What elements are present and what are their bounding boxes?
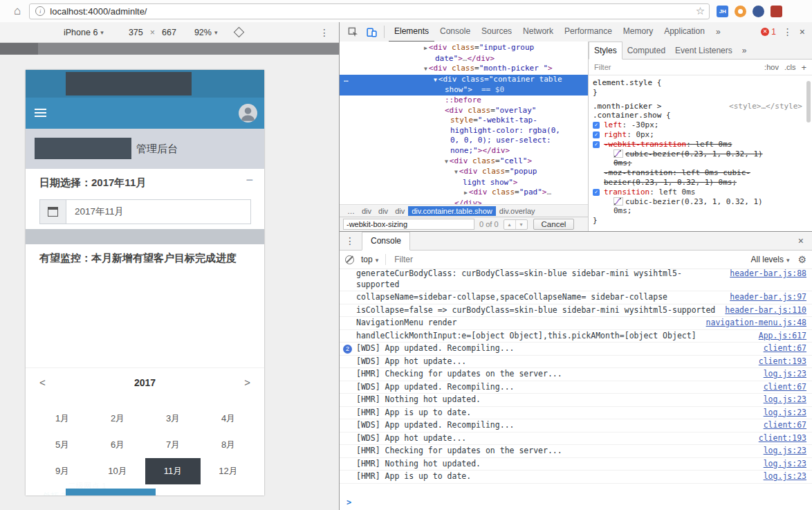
tree-line[interactable]: style="-webkit-tap- (340, 116, 588, 126)
console-prompt[interactable]: > (340, 495, 812, 510)
extension-icon-blue[interactable] (753, 6, 764, 17)
execution-context-select[interactable]: top▾ (361, 255, 378, 264)
search-input[interactable] (343, 219, 474, 230)
devtools-tab-application[interactable]: Application (658, 22, 710, 42)
console-source-link[interactable]: App.js:617 (759, 331, 806, 342)
style-source-link[interactable]: <style>…</style> (729, 102, 802, 111)
devtools-tab-memory[interactable]: Memory (618, 22, 658, 42)
tree-line[interactable]: 0, 0, 0); user-select: (340, 136, 588, 146)
devtools-tab-performance[interactable]: Performance (559, 22, 618, 42)
styles-tab-event-listeners[interactable]: Event Listeners (670, 42, 737, 59)
css-rule-line[interactable]: cubic-bezier(0.23, 1, 0.32, 1) (589, 197, 812, 207)
css-rule-line[interactable]: ✓transition: left 0ms (589, 188, 812, 197)
devtools-menu-icon[interactable]: ⋮ (783, 26, 793, 37)
collapse-box-button[interactable]: − (246, 173, 253, 188)
devtools-tab-network[interactable]: Network (517, 22, 559, 42)
month-input-group[interactable]: 2017年11月 (39, 199, 251, 224)
month-cell-9[interactable]: 9月 (35, 458, 90, 484)
breadcrumb-item[interactable]: div.container.table.show (408, 206, 496, 216)
console-source-link[interactable]: client:193 (759, 433, 806, 444)
breadcrumb-item[interactable]: div.overlay (496, 206, 539, 216)
user-avatar[interactable] (239, 104, 257, 122)
search-previous-button[interactable]: ▴ (504, 220, 515, 229)
console-source-link[interactable]: header-bar.js:110 (725, 305, 806, 316)
viewport-width-field[interactable]: 375 (129, 28, 143, 37)
next-year-button[interactable]: > (244, 376, 250, 388)
property-enabled-checkbox[interactable]: ✓ (593, 141, 600, 148)
breadcrumb-item[interactable]: … (344, 206, 358, 216)
month-cell-8[interactable]: 8月 (201, 432, 256, 458)
console-source-link[interactable]: navigation-menu.js:48 (706, 318, 806, 329)
month-cell-6[interactable]: 6月 (90, 432, 145, 458)
toggle-hover-state-button[interactable]: :hov (764, 63, 779, 71)
tree-line[interactable]: ▼<div class="popup (340, 167, 588, 178)
styles-filter-input[interactable]: Filter (594, 63, 611, 71)
devtools-close-icon[interactable]: × (800, 26, 805, 37)
toggle-class-button[interactable]: .cls (784, 63, 796, 71)
cubic-bezier-icon[interactable] (613, 149, 623, 158)
console-source-link[interactable]: header-bar.js:88 (730, 268, 806, 280)
tree-line[interactable]: ::before (340, 95, 588, 106)
rotate-viewport-icon[interactable] (234, 27, 245, 38)
tree-line[interactable]: ▼<div class="cell"> (340, 156, 588, 167)
devtools-tab-elements[interactable]: Elements (389, 22, 434, 42)
css-rule-line[interactable]: 0ms; (589, 206, 812, 216)
console-source-link[interactable]: client:67 (764, 343, 806, 354)
console-source-link[interactable]: log.js:23 (764, 394, 806, 406)
month-cell-12[interactable]: 12月 (201, 458, 256, 484)
console-source-link[interactable]: client:193 (759, 356, 806, 367)
console-source-link[interactable]: client:67 (764, 382, 806, 393)
tree-line[interactable]: </div> (340, 199, 588, 204)
tree-line[interactable]: show"> == $0 (340, 85, 588, 95)
extension-icon-orange[interactable] (735, 6, 746, 17)
tree-line[interactable]: <div class="overlay" (340, 106, 588, 116)
css-rule-line[interactable]: element.style { (589, 78, 812, 88)
breadcrumb-item[interactable]: div (375, 206, 391, 216)
property-enabled-checkbox[interactable]: ✓ (593, 189, 600, 196)
tree-line[interactable]: …▼<div class="container table (340, 75, 588, 86)
toggle-device-toolbar-icon[interactable] (367, 27, 377, 37)
month-cell-2[interactable]: 2月 (90, 406, 145, 432)
search-cancel-button[interactable]: Cancel (533, 219, 575, 230)
css-rule-line[interactable]: } (589, 88, 812, 98)
console-source-link[interactable]: log.js:23 (764, 369, 806, 380)
css-rule-line[interactable]: .month-picker ><style>…</style> (589, 102, 812, 111)
devtools-tab-console[interactable]: Console (434, 22, 476, 42)
device-select[interactable]: iPhone 6▾ (64, 28, 104, 37)
css-rule-line[interactable]: 0ms; (589, 158, 812, 168)
month-cell-1[interactable]: 1月 (35, 406, 90, 432)
styles-tab-computed[interactable]: Computed (622, 42, 670, 59)
bookmark-star-icon[interactable]: ☆ (696, 5, 705, 17)
tree-line[interactable]: ▶<div class="pad">… (340, 188, 588, 199)
console-source-link[interactable]: log.js:23 (764, 408, 806, 419)
month-cell-11[interactable]: 11月 (145, 458, 201, 484)
extension-icon-red[interactable] (771, 6, 782, 17)
tree-line[interactable]: date">…</div> (340, 54, 588, 64)
css-rule-line[interactable]: -moz-transition: left 0ms cubic- (589, 168, 812, 178)
extension-icon-jh[interactable]: JH (717, 6, 728, 17)
console-settings-gear-icon[interactable]: ⚙ (797, 254, 806, 265)
search-next-button[interactable]: ▾ (515, 220, 527, 229)
viewport-height-field[interactable]: 667 (162, 28, 176, 37)
tree-line[interactable]: ▼<div class="month-picker "> (340, 64, 588, 75)
drawer-menu-icon[interactable]: ⋮ (345, 235, 355, 246)
console-source-link[interactable]: client:67 (764, 420, 806, 431)
console-source-link[interactable]: log.js:23 (764, 459, 806, 470)
page-info-icon[interactable]: i (35, 6, 45, 16)
console-source-link[interactable]: log.js:23 (764, 446, 806, 457)
tree-line[interactable]: ▶<div class="input-group (340, 43, 588, 54)
log-level-select[interactable]: All levels▾ (751, 255, 790, 264)
new-style-rule-button[interactable]: + (801, 62, 806, 73)
drawer-tab-console[interactable]: Console (362, 232, 410, 251)
css-rule-line[interactable]: bezier(0.23, 1, 0.32, 1) 0ms; (589, 178, 812, 188)
tabs-overflow-chevron[interactable]: » (710, 23, 726, 42)
month-input-value[interactable]: 2017年11月 (66, 200, 250, 224)
css-rule-line[interactable]: .container.show { (589, 111, 812, 120)
css-rule-line[interactable]: ✓-webkit-transition: left 0ms (589, 140, 812, 149)
breadcrumb-item[interactable]: div (391, 206, 408, 216)
url-text[interactable]: localhost:4000/adminlte/ (50, 6, 147, 17)
console-source-link[interactable]: header-bar.js:97 (730, 292, 806, 303)
address-bar[interactable]: i localhost:4000/adminlte/ ☆ (29, 3, 710, 19)
console-source-link[interactable]: log.js:23 (764, 471, 806, 482)
home-icon[interactable]: ⌂ (14, 4, 21, 18)
